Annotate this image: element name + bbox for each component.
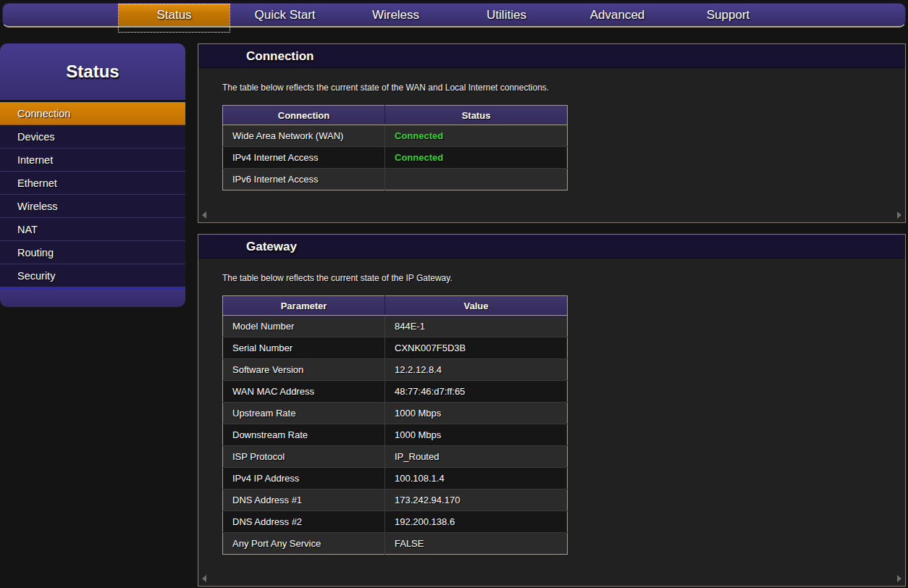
gateway-panel-scrollbar[interactable] (200, 573, 904, 584)
sidebar-item-connection[interactable]: Connection (0, 102, 185, 125)
scroll-right-icon[interactable] (897, 211, 901, 219)
row-value: CXNK007F5D3B (385, 337, 568, 359)
table-row: Downstream Rate1000 Mbps (223, 424, 568, 446)
table-row: Wide Area Network (WAN)Connected (223, 125, 568, 147)
row-value: 12.2.12.8.4 (385, 359, 568, 381)
row-label: Wide Area Network (WAN) (223, 125, 385, 147)
row-label: WAN MAC Address (223, 381, 385, 403)
row-value: 48:77:46:d7:ff:65 (385, 381, 568, 403)
row-label: Upstream Rate (223, 403, 385, 424)
table-row: Model Number844E-1 (223, 316, 568, 337)
row-value: IP_Routed (385, 446, 568, 468)
row-value: FALSE (385, 533, 568, 555)
row-value: Connected (385, 125, 568, 147)
column-header-parameter: Parameter (223, 296, 385, 316)
nav-tabs: StatusQuick StartWirelessUtilitiesAdvanc… (119, 4, 783, 26)
table-row: Upstream Rate1000 Mbps (223, 403, 568, 424)
sidebar-footer (0, 287, 185, 307)
row-label: Model Number (223, 316, 385, 337)
row-label: Any Port Any Service (223, 533, 385, 555)
row-label: IPv4 Internet Access (223, 147, 385, 169)
column-header-value: Value (385, 296, 568, 316)
table-row: IPv6 Internet Access (223, 169, 568, 190)
table-row: WAN MAC Address48:77:46:d7:ff:65 (223, 381, 568, 403)
gateway-panel: Gateway The table below reflects the cur… (198, 234, 906, 587)
top-nav-bar: StatusQuick StartWirelessUtilitiesAdvanc… (2, 3, 906, 28)
scroll-left-icon[interactable] (202, 575, 206, 582)
gateway-panel-description: The table below reflects the current sta… (222, 273, 905, 283)
row-label: Serial Number (223, 337, 385, 359)
sidebar: Status ConnectionDevicesInternetEthernet… (0, 43, 185, 307)
scroll-right-icon[interactable] (897, 575, 901, 582)
connection-panel-scrollbar[interactable] (200, 209, 904, 221)
table-row: DNS Address #1173.242.94.170 (223, 490, 568, 511)
row-value: 1000 Mbps (385, 403, 568, 424)
row-label: Downstream Rate (223, 424, 385, 446)
table-row: Any Port Any ServiceFALSE (223, 533, 568, 555)
column-header-status: Status (385, 106, 568, 125)
connection-panel: Connection The table below reflects the … (198, 43, 906, 223)
active-tab-focus-ring (118, 4, 230, 33)
scroll-left-icon[interactable] (202, 211, 206, 219)
row-label: ISP Protocol (223, 446, 385, 468)
row-label: Software Version (223, 359, 385, 381)
column-header-connection: Connection (223, 106, 385, 125)
sidebar-item-ethernet[interactable]: Ethernet (0, 172, 185, 195)
gateway-table: ParameterValueModel Number844E-1Serial N… (222, 295, 568, 555)
row-label: DNS Address #2 (223, 511, 385, 533)
tab-status[interactable]: Status (119, 4, 230, 26)
table-row: Software Version12.2.12.8.4 (223, 359, 568, 381)
gateway-panel-title: Gateway (198, 235, 905, 259)
row-label: IPv6 Internet Access (223, 169, 385, 190)
row-value: Connected (385, 147, 568, 169)
sidebar-item-wireless[interactable]: Wireless (0, 195, 185, 218)
connection-table: ConnectionStatusWide Area Network (WAN)C… (222, 105, 568, 190)
row-value: 1000 Mbps (385, 424, 568, 446)
sidebar-item-nat[interactable]: NAT (0, 218, 185, 241)
table-row: DNS Address #2192.200.138.6 (223, 511, 568, 533)
connection-panel-description: The table below reflects the current sta… (222, 83, 905, 93)
row-value: 844E-1 (385, 316, 568, 337)
row-label: DNS Address #1 (223, 490, 385, 511)
row-value (385, 169, 568, 190)
table-row: Serial NumberCXNK007F5D3B (223, 337, 568, 359)
sidebar-item-internet[interactable]: Internet (0, 148, 185, 172)
tab-utilities[interactable]: Utilities (451, 4, 562, 26)
sidebar-item-security[interactable]: Security (0, 264, 185, 287)
tab-quick-start[interactable]: Quick Start (230, 4, 340, 26)
sidebar-menu: ConnectionDevicesInternetEthernetWireles… (0, 102, 185, 287)
row-value: 192.200.138.6 (385, 511, 568, 533)
sidebar-item-routing[interactable]: Routing (0, 241, 185, 264)
row-value: 173.242.94.170 (385, 490, 568, 511)
table-row: IPv4 Internet AccessConnected (223, 147, 568, 169)
table-header-row: ConnectionStatus (223, 106, 568, 125)
table-row: ISP ProtocolIP_Routed (223, 446, 568, 468)
sidebar-item-devices[interactable]: Devices (0, 125, 185, 148)
row-label: IPv4 IP Address (223, 468, 385, 490)
row-value: 100.108.1.4 (385, 468, 568, 490)
nav-left-spacer (3, 4, 119, 26)
table-header-row: ParameterValue (223, 296, 568, 316)
tab-advanced[interactable]: Advanced (562, 4, 673, 26)
sidebar-title: Status (0, 43, 185, 101)
table-row: IPv4 IP Address100.108.1.4 (223, 468, 568, 490)
connection-panel-title: Connection (198, 44, 905, 68)
tab-wireless[interactable]: Wireless (340, 4, 451, 26)
tab-support[interactable]: Support (673, 4, 783, 26)
